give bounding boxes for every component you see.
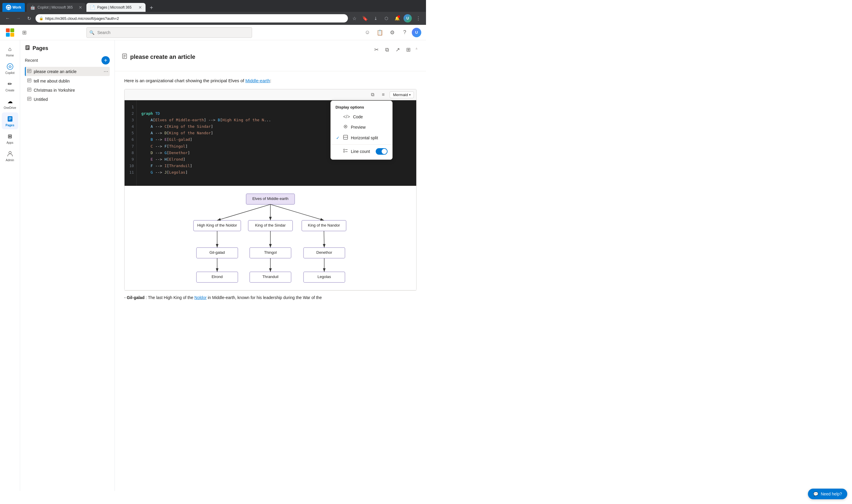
mermaid-dropdown[interactable]: Mermaid ▾: [389, 91, 414, 98]
browser-menu-button[interactable]: ⋮: [414, 14, 422, 22]
dropdown-item-linecount[interactable]: Line count: [331, 146, 392, 157]
hsplit-option-label: Horizontal split: [351, 136, 378, 140]
sidebar-item-yorkshire[interactable]: Christmas in Yorkshire: [25, 86, 110, 94]
create-icon: ✏: [6, 80, 14, 88]
svg-text:Thingol: Thingol: [264, 251, 277, 255]
page1-label: please create an article: [34, 69, 101, 74]
back-button[interactable]: ←: [3, 14, 12, 22]
svg-rect-18: [28, 72, 30, 72]
main-content: please create an article ✂ ⧉ ↗ ⊞ ▲ + ⠿ H…: [115, 40, 426, 491]
nav-bar: ← → ↻ 🔒 https://m365.cloud.microsoft/pag…: [0, 12, 426, 25]
whiteboard-button[interactable]: 📋: [375, 27, 385, 38]
svg-text:Elrond: Elrond: [212, 275, 223, 279]
nav-rail-item-apps[interactable]: ⊞ Apps: [2, 130, 18, 147]
help-button-header[interactable]: ?: [399, 27, 410, 38]
mermaid-label: Mermaid: [393, 93, 408, 97]
linecount-icon: [343, 148, 348, 155]
svg-text:High King of the Noldor: High King of the Noldor: [197, 223, 237, 228]
browser-tab-active[interactable]: 📄 Pages | Microsoft 365 ✕: [86, 3, 146, 12]
nav-rail-item-pages[interactable]: Pages: [2, 112, 18, 129]
nav-rail-item-create[interactable]: ✏ Create: [2, 77, 18, 94]
address-bar[interactable]: 🔒 https://m365.cloud.microsoft/pages?aut…: [36, 14, 348, 22]
svg-rect-33: [123, 56, 126, 57]
sidebar-item-dublin[interactable]: tell me about dublin: [25, 77, 110, 85]
svg-text:King of the Sindar: King of the Sindar: [255, 223, 286, 228]
code-block-container: ⧉ ≡ Mermaid ▾ Display options </> Code: [124, 89, 417, 290]
onedrive-label: OneDrive: [3, 106, 16, 109]
toolbar-share-button[interactable]: ↗: [393, 45, 402, 54]
browser-bookmark-button[interactable]: 🔖: [361, 14, 369, 22]
svg-text:King of the Nandor: King of the Nandor: [308, 223, 340, 228]
svg-rect-3: [6, 33, 10, 37]
nav-rail-item-onedrive[interactable]: ☁ OneDrive: [2, 95, 18, 112]
nav-rail-item-admin[interactable]: Admin: [2, 147, 18, 164]
browser-profile-button[interactable]: U: [403, 14, 412, 22]
svg-rect-13: [26, 47, 29, 48]
svg-rect-21: [28, 80, 31, 81]
tab2-label: Pages | Microsoft 365: [97, 5, 136, 10]
middle-earth-link[interactable]: Middle-earth: [245, 78, 270, 83]
code-icon: </>: [343, 114, 350, 120]
browser-star-button[interactable]: ☆: [350, 14, 359, 22]
onedrive-icon: ☁: [6, 97, 14, 106]
svg-rect-9: [8, 120, 11, 120]
dropdown-divider: [331, 144, 392, 145]
tab2-close[interactable]: ✕: [139, 5, 142, 10]
recent-label: Recent: [25, 58, 38, 63]
linecount-toggle[interactable]: [376, 148, 387, 155]
sidebar: Pages Recent + please create an article …: [20, 40, 115, 491]
code-option-label: Code: [353, 114, 363, 119]
browser-downloads-button[interactable]: ⤓: [371, 14, 380, 22]
feedback-button[interactable]: ☺: [362, 27, 373, 38]
sidebar-header: Pages: [25, 45, 110, 52]
search-wrapper: 🔍: [86, 27, 252, 38]
refresh-button[interactable]: ↻: [25, 14, 33, 22]
paragraph-start: Here is an organizational chart showing …: [124, 78, 245, 83]
apps-grid-button[interactable]: ⊞: [19, 27, 30, 38]
dropdown-item-hsplit[interactable]: ✓ Horizontal split: [331, 132, 392, 143]
forward-button[interactable]: →: [14, 14, 22, 22]
svg-point-36: [345, 126, 346, 127]
svg-text:Denethor: Denethor: [316, 251, 332, 255]
settings-button[interactable]: ⚙: [387, 27, 398, 38]
recent-section-header: Recent +: [25, 56, 110, 65]
bottom-text-area: - Gil-galad : The last High King of the …: [124, 290, 417, 304]
content-page-icon: [122, 54, 127, 60]
add-page-button[interactable]: +: [102, 56, 110, 65]
svg-line-66: [270, 204, 324, 220]
new-tab-button[interactable]: +: [147, 3, 156, 12]
svg-rect-1: [6, 29, 10, 32]
user-avatar[interactable]: U: [412, 28, 421, 37]
browser-notifications-bell[interactable]: 🔔: [393, 14, 401, 22]
toolbar-open-button[interactable]: ⊞: [403, 45, 413, 54]
copilot-icon: [6, 62, 14, 71]
toolbar-scissors-button[interactable]: ✂: [371, 45, 381, 54]
code-copy-button[interactable]: ⧉: [368, 90, 377, 99]
ms365-logo[interactable]: [5, 27, 15, 38]
sidebar-item-untitled[interactable]: Untitled: [25, 95, 110, 104]
search-input[interactable]: [86, 27, 252, 38]
dropdown-item-preview[interactable]: Preview: [331, 122, 392, 132]
work-badge[interactable]: Work: [2, 3, 25, 12]
toolbar-scroll-up[interactable]: ▲: [414, 45, 419, 69]
app-header: ⊞ 🔍 ☺ 📋 ⚙ ? U: [0, 25, 426, 40]
nav-rail-item-copilot[interactable]: Copilot: [2, 60, 18, 77]
page1-more-icon[interactable]: ⋯: [104, 69, 108, 74]
page3-label: Christmas in Yorkshire: [34, 88, 107, 93]
browser-tab-inactive[interactable]: 🤖 Copilot | Microsoft 365 ✕: [26, 3, 86, 12]
work-icon: [6, 5, 11, 10]
content-title: please create an article: [130, 54, 195, 60]
dropdown-item-code[interactable]: </> Code: [331, 112, 392, 122]
create-label: Create: [5, 89, 14, 92]
browser-extensions-button[interactable]: ⬡: [382, 14, 391, 22]
toolbar-copy-button[interactable]: ⧉: [382, 45, 392, 54]
code-settings-button[interactable]: ≡: [379, 90, 387, 99]
content-title-row: please create an article: [122, 54, 195, 60]
sidebar-item-article[interactable]: please create an article ⋯: [25, 67, 110, 76]
diagram-area: Elves of Middle-earth High King of the N…: [125, 186, 416, 290]
noldor-link[interactable]: Noldor: [194, 295, 206, 300]
bottom-text-dash: -: [124, 295, 127, 300]
nav-rail-item-home[interactable]: ⌂ Home: [2, 42, 18, 59]
tab1-close[interactable]: ✕: [79, 5, 82, 10]
svg-rect-14: [26, 48, 28, 49]
